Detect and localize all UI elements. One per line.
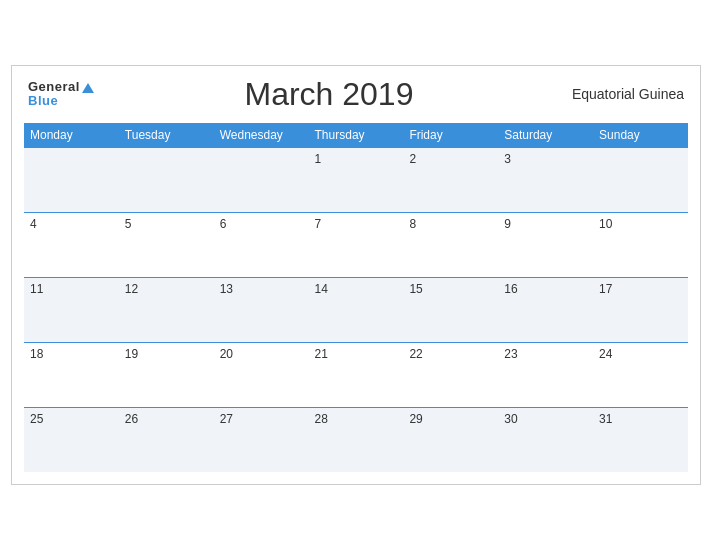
day-number: 25 [30,412,43,426]
day-number: 30 [504,412,517,426]
logo-blue-text: Blue [28,94,94,108]
calendar-day-cell: 20 [214,342,309,407]
day-number: 19 [125,347,138,361]
day-number: 20 [220,347,233,361]
calendar-day-cell: 30 [498,407,593,472]
calendar-day-cell: 13 [214,277,309,342]
col-tuesday: Tuesday [119,123,214,148]
day-number: 8 [409,217,416,231]
calendar-day-cell: 21 [309,342,404,407]
calendar-day-cell: 16 [498,277,593,342]
calendar-day-cell: 12 [119,277,214,342]
calendar-header: General Blue March 2019 Equatorial Guine… [24,76,688,113]
calendar-week-row: 11121314151617 [24,277,688,342]
day-number: 26 [125,412,138,426]
col-sunday: Sunday [593,123,688,148]
day-number: 12 [125,282,138,296]
calendar-day-cell: 11 [24,277,119,342]
day-number: 13 [220,282,233,296]
calendar-day-cell: 15 [403,277,498,342]
day-number: 10 [599,217,612,231]
calendar-day-cell: 10 [593,212,688,277]
calendar-day-cell: 24 [593,342,688,407]
day-number: 16 [504,282,517,296]
day-number: 1 [315,152,322,166]
calendar-day-cell: 22 [403,342,498,407]
calendar-day-cell: 25 [24,407,119,472]
day-number: 14 [315,282,328,296]
calendar-day-cell: 14 [309,277,404,342]
calendar-container: General Blue March 2019 Equatorial Guine… [11,65,701,486]
day-number: 7 [315,217,322,231]
calendar-day-cell: 9 [498,212,593,277]
day-number: 29 [409,412,422,426]
day-number: 4 [30,217,37,231]
day-number: 27 [220,412,233,426]
day-number: 11 [30,282,43,296]
day-number: 18 [30,347,43,361]
day-number: 24 [599,347,612,361]
calendar-day-cell [214,147,309,212]
calendar-day-cell: 27 [214,407,309,472]
weekday-header-row: Monday Tuesday Wednesday Thursday Friday… [24,123,688,148]
calendar-day-cell: 5 [119,212,214,277]
calendar-day-cell [593,147,688,212]
calendar-day-cell: 1 [309,147,404,212]
calendar-week-row: 25262728293031 [24,407,688,472]
day-number: 22 [409,347,422,361]
day-number: 23 [504,347,517,361]
calendar-table: Monday Tuesday Wednesday Thursday Friday… [24,123,688,473]
calendar-day-cell: 2 [403,147,498,212]
day-number: 9 [504,217,511,231]
calendar-day-cell: 8 [403,212,498,277]
day-number: 3 [504,152,511,166]
logo-general-text: General [28,80,94,94]
calendar-day-cell [119,147,214,212]
calendar-day-cell: 29 [403,407,498,472]
calendar-day-cell: 28 [309,407,404,472]
calendar-week-row: 123 [24,147,688,212]
calendar-day-cell: 3 [498,147,593,212]
calendar-day-cell: 19 [119,342,214,407]
col-friday: Friday [403,123,498,148]
calendar-day-cell: 18 [24,342,119,407]
col-saturday: Saturday [498,123,593,148]
col-monday: Monday [24,123,119,148]
calendar-day-cell: 4 [24,212,119,277]
day-number: 15 [409,282,422,296]
country-label: Equatorial Guinea [564,86,684,102]
calendar-body: 1234567891011121314151617181920212223242… [24,147,688,472]
day-number: 5 [125,217,132,231]
logo: General Blue [28,80,94,109]
calendar-day-cell: 17 [593,277,688,342]
col-thursday: Thursday [309,123,404,148]
calendar-day-cell: 23 [498,342,593,407]
logo-triangle-icon [82,83,94,93]
day-number: 2 [409,152,416,166]
day-number: 21 [315,347,328,361]
day-number: 6 [220,217,227,231]
calendar-day-cell [24,147,119,212]
calendar-title: March 2019 [94,76,564,113]
day-number: 28 [315,412,328,426]
calendar-day-cell: 7 [309,212,404,277]
day-number: 31 [599,412,612,426]
calendar-day-cell: 31 [593,407,688,472]
calendar-day-cell: 6 [214,212,309,277]
calendar-day-cell: 26 [119,407,214,472]
calendar-week-row: 45678910 [24,212,688,277]
day-number: 17 [599,282,612,296]
col-wednesday: Wednesday [214,123,309,148]
calendar-week-row: 18192021222324 [24,342,688,407]
